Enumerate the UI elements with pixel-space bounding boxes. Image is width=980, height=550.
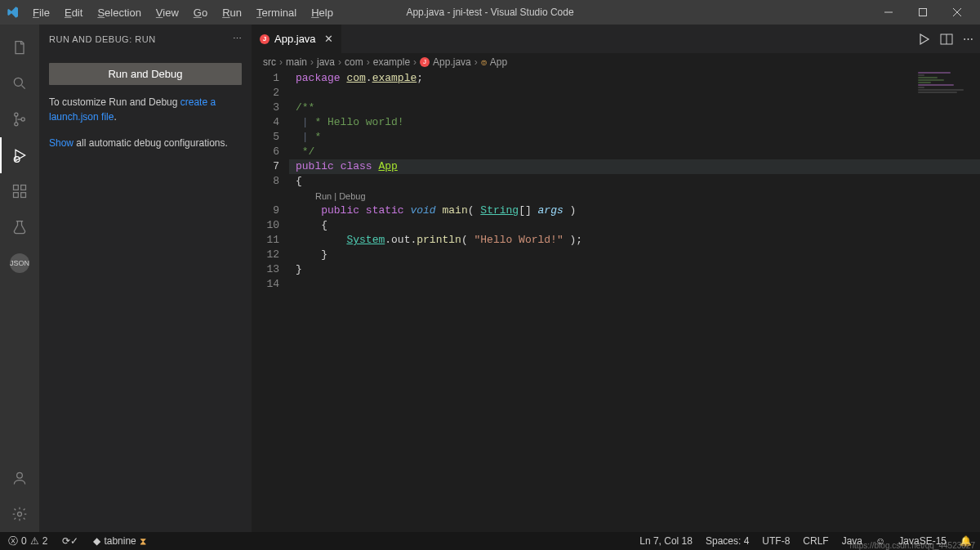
- breadcrumbs: src› main› java› com› example› J App.jav…: [252, 53, 980, 71]
- svg-rect-6: [14, 186, 19, 190]
- class-icon: ⌾: [481, 56, 487, 68]
- svg-point-10: [17, 472, 23, 478]
- line-gutter: 1234567891011121314: [252, 71, 289, 532]
- run-debug-icon[interactable]: [0, 137, 39, 173]
- svg-point-1: [14, 78, 22, 86]
- tabnine-icon: ◆: [93, 535, 100, 547]
- status-eol[interactable]: CRLF: [800, 535, 831, 547]
- status-tabnine[interactable]: ◆tabnine ⧗: [90, 532, 149, 550]
- code-content[interactable]: package com.example; /** | * Hello world…: [289, 71, 980, 532]
- menu-bar: FFileile EEditdit SSelectionelection VVi…: [26, 3, 340, 22]
- svg-point-2: [15, 113, 18, 116]
- titlebar: FFileile EEditdit SSelectionelection VVi…: [0, 0, 980, 25]
- codelens-debug[interactable]: Debug: [339, 191, 365, 201]
- crumb[interactable]: src: [263, 56, 276, 68]
- menu-file[interactable]: FFileile: [26, 3, 56, 22]
- svg-rect-7: [14, 193, 19, 198]
- accounts-icon[interactable]: [0, 460, 39, 496]
- customize-text: To customize Run and Debug create a laun…: [49, 95, 242, 124]
- svg-rect-9: [21, 186, 26, 190]
- json-icon[interactable]: JSON: [10, 253, 29, 273]
- error-icon: ⓧ: [8, 534, 18, 548]
- close-button[interactable]: [941, 1, 973, 24]
- menu-selection[interactable]: SSelectionelection: [91, 3, 147, 22]
- crumb[interactable]: java: [317, 56, 335, 68]
- testing-icon[interactable]: [0, 209, 39, 245]
- status-encoding[interactable]: UTF-8: [759, 535, 793, 547]
- settings-gear-icon[interactable]: [0, 496, 39, 532]
- menu-terminal[interactable]: TTerminalerminal: [250, 3, 303, 22]
- code-editor[interactable]: 1234567891011121314 package com.example;…: [252, 71, 980, 532]
- status-sync[interactable]: ⟳✓: [59, 532, 82, 550]
- sync-icon: ⟳✓: [62, 535, 78, 547]
- codelens-run[interactable]: Run: [315, 191, 332, 201]
- status-language[interactable]: Java: [839, 535, 866, 547]
- editor-region: J App.java ✕ ⋯ src› main› java› com› exa…: [252, 25, 980, 532]
- sidebar: RUN AND DEBUG: RUN ⋯ Run and Debug To cu…: [39, 25, 252, 532]
- run-file-icon[interactable]: [917, 33, 930, 46]
- warning-icon: ⚠: [30, 535, 39, 547]
- java-file-icon: J: [420, 57, 430, 67]
- maximize-button[interactable]: [906, 1, 939, 24]
- menu-help[interactable]: HHelpelp: [305, 3, 340, 22]
- source-control-icon[interactable]: [0, 101, 39, 137]
- tab-bar: J App.java ✕ ⋯: [252, 25, 980, 53]
- status-feedback-icon[interactable]: ☺: [872, 535, 889, 547]
- tab-app-java[interactable]: J App.java ✕: [252, 25, 342, 53]
- extensions-icon[interactable]: [0, 173, 39, 209]
- activity-bar: JSON: [0, 25, 39, 532]
- window-title: App.java - jni-test - Visual Studio Code: [406, 7, 573, 18]
- status-notifications-icon[interactable]: 🔔: [956, 535, 975, 547]
- minimize-button[interactable]: [872, 1, 905, 24]
- crumb[interactable]: App.java: [433, 56, 471, 68]
- window-controls: [872, 1, 973, 24]
- tab-label: App.java: [274, 33, 316, 45]
- hourglass-icon: ⧗: [140, 535, 146, 547]
- crumb[interactable]: App: [490, 56, 507, 68]
- status-indent[interactable]: Spaces: 4: [702, 535, 752, 547]
- menu-edit[interactable]: EEditdit: [58, 3, 89, 22]
- menu-go[interactable]: GGoo: [187, 3, 214, 22]
- menu-view[interactable]: VViewiew: [149, 3, 185, 22]
- status-cursor[interactable]: Ln 7, Col 18: [636, 535, 696, 547]
- search-icon[interactable]: [0, 65, 39, 101]
- minimap[interactable]: [915, 71, 980, 104]
- more-actions-icon[interactable]: ⋯: [963, 33, 973, 45]
- svg-rect-8: [21, 193, 26, 198]
- editor-actions: ⋯: [911, 25, 980, 53]
- svg-point-3: [15, 123, 18, 126]
- svg-rect-0: [920, 9, 927, 16]
- svg-point-11: [18, 512, 22, 516]
- sidebar-title: RUN AND DEBUG: RUN: [49, 34, 156, 44]
- run-and-debug-button[interactable]: Run and Debug: [49, 63, 242, 85]
- status-jdk[interactable]: JavaSE-15: [895, 535, 950, 547]
- tab-close-icon[interactable]: ✕: [324, 33, 333, 45]
- show-config-text: Show all automatic debug configurations.: [49, 136, 242, 150]
- svg-point-4: [21, 118, 24, 121]
- menu-run[interactable]: RRunun: [216, 3, 248, 22]
- vscode-logo-icon: [7, 6, 20, 19]
- explorer-icon[interactable]: [0, 29, 39, 65]
- sidebar-more-icon[interactable]: ⋯: [233, 34, 243, 44]
- crumb[interactable]: main: [286, 56, 307, 68]
- crumb[interactable]: example: [373, 56, 410, 68]
- status-bar: ⓧ0 ⚠2 ⟳✓ ◆tabnine ⧗ Ln 7, Col 18 Spaces:…: [0, 532, 980, 550]
- show-link[interactable]: Show: [49, 137, 74, 149]
- java-file-icon: J: [260, 34, 270, 44]
- crumb[interactable]: com: [345, 56, 363, 68]
- codelens: Run | Debug: [289, 189, 980, 203]
- split-editor-icon[interactable]: [940, 33, 953, 46]
- sidebar-header: RUN AND DEBUG: RUN ⋯: [39, 25, 252, 53]
- status-problems[interactable]: ⓧ0 ⚠2: [5, 532, 51, 550]
